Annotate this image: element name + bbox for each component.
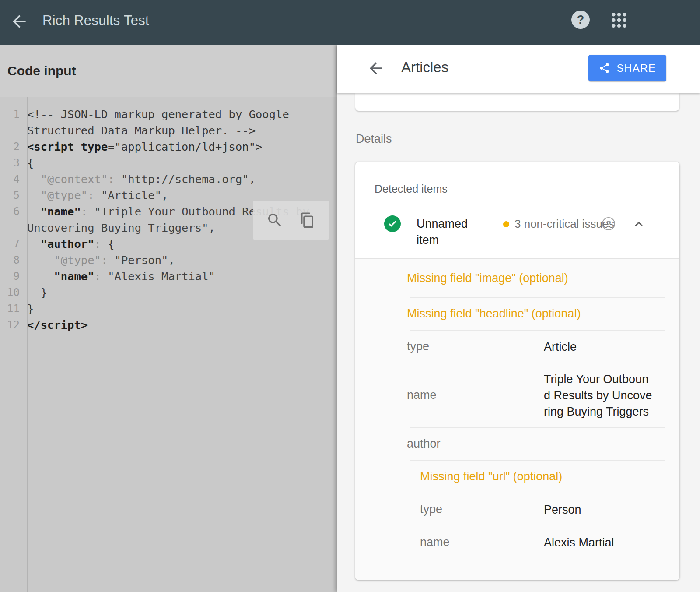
detected-items-heading: Detected items [374, 183, 448, 195]
code-line: 8 "@type": "Person", [0, 252, 337, 268]
line-number [0, 220, 24, 236]
property-row: author [355, 427, 679, 460]
share-button-label: SHARE [616, 62, 656, 74]
property-row: nameAlexis Martial [355, 526, 679, 559]
code-line: 9 "name": "Alexis Martial" [0, 268, 337, 285]
property-value: Article [544, 338, 654, 355]
line-number: 8 [0, 252, 24, 268]
property-label: name [407, 388, 437, 402]
code-toolbar [253, 201, 329, 240]
code-line: 12</script> [0, 317, 337, 333]
success-check-icon [384, 215, 401, 232]
line-number: 5 [0, 187, 24, 204]
help-icon[interactable]: ? [571, 11, 590, 29]
line-number: 6 [0, 204, 24, 220]
results-header: Articles SHARE [337, 45, 700, 93]
code-line: Structured Data Markup Helper. --> [0, 123, 337, 139]
line-number: 3 [0, 155, 24, 171]
previous-card-bottom [355, 93, 679, 111]
property-label: author [407, 437, 441, 451]
line-number [0, 123, 24, 139]
code-input-panel: Code input 1<!-- JSON-LD markup generate… [0, 45, 337, 592]
code-line: 1<!-- JSON-LD markup generated by Google [0, 106, 337, 123]
detected-item-name: Unnamed item [416, 216, 473, 248]
property-row: typeArticle [355, 330, 679, 363]
line-number: 4 [0, 171, 24, 187]
warning-dot-icon [503, 221, 509, 227]
issues-help-icon[interactable]: ? [602, 217, 615, 230]
line-number: 11 [0, 301, 24, 317]
property-value: Alexis Martial [544, 534, 654, 550]
results-panel: Articles SHARE Details Detected items Un… [337, 45, 700, 592]
line-number: 12 [0, 317, 24, 333]
search-icon[interactable] [266, 211, 284, 229]
property-label: name [420, 536, 450, 549]
property-value: Person [544, 501, 654, 518]
property-value: Triple Your Outbound Results by Uncoveri… [544, 371, 654, 419]
detected-items-card: Detected items Unnamed item 3 non-critic… [355, 162, 679, 580]
warning-text[interactable]: Missing field "image" (optional) [407, 271, 568, 285]
warning-row[interactable]: Missing field "headline" (optional) [355, 297, 679, 330]
warning-row[interactable]: Missing field "image" (optional) [355, 259, 679, 297]
line-number: 9 [0, 268, 24, 285]
share-icon [598, 62, 610, 74]
top-app-bar: Rich Results Test ? [0, 0, 700, 45]
code-line: 2<script type="application/ld+json"> [0, 139, 337, 155]
property-row: typePerson [355, 493, 679, 526]
code-editor[interactable]: 1<!-- JSON-LD markup generated by Google… [0, 97, 337, 592]
warning-row[interactable]: Missing field "url" (optional) [355, 460, 679, 493]
warning-text[interactable]: Missing field "url" (optional) [420, 470, 562, 483]
warning-text[interactable]: Missing field "headline" (optional) [407, 307, 581, 321]
property-label: type [420, 503, 442, 516]
code-line: 11} [0, 301, 337, 317]
detected-item-details: Missing field "image" (optional)Missing … [355, 258, 679, 580]
panel-back-arrow-icon[interactable] [367, 59, 385, 78]
copy-icon[interactable] [298, 211, 316, 229]
details-section-label: Details [356, 132, 392, 146]
code-input-title: Code input [7, 63, 76, 78]
line-number: 1 [0, 106, 24, 123]
rich-results-test-screen: Rich Results Test ? Code input 1<!-- JSO… [0, 0, 700, 592]
code-line: 3{ [0, 155, 337, 171]
line-number: 2 [0, 139, 24, 155]
property-label: type [407, 340, 429, 353]
code-input-header: Code input [0, 45, 337, 97]
line-number: 10 [0, 285, 24, 301]
chevron-up-icon[interactable] [631, 216, 647, 232]
app-title: Rich Results Test [42, 13, 149, 28]
back-arrow-icon[interactable] [10, 12, 29, 31]
line-number: 7 [0, 236, 24, 252]
code-line: 4 "@context": "http://schema.org", [0, 171, 337, 187]
issues-summary: 3 non-critical issues [503, 216, 614, 232]
apps-grid-icon[interactable] [611, 12, 627, 28]
issues-count-text: 3 non-critical issues [514, 217, 614, 231]
property-row: nameTriple Your Outbound Results by Unco… [355, 363, 679, 427]
code-line: 10 } [0, 285, 337, 301]
results-title: Articles [401, 59, 448, 76]
share-button[interactable]: SHARE [588, 55, 666, 81]
